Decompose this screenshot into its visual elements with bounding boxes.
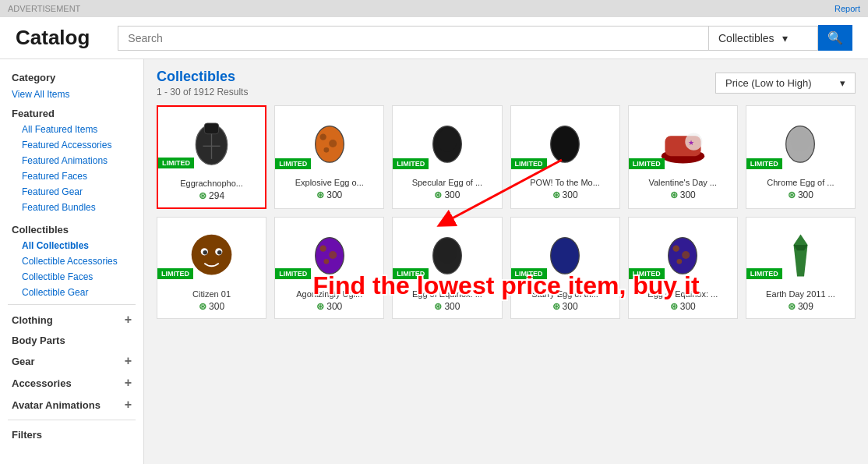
item-price: ⊛ 309 xyxy=(753,301,849,312)
limited-badge: LIMITED xyxy=(511,268,547,279)
svg-point-12 xyxy=(551,126,580,163)
sidebar-body-parts-header[interactable]: Body Parts xyxy=(0,331,143,350)
limited-badge: LIMITED xyxy=(511,158,547,169)
item-card[interactable]: LIMITED Earth Day 2011 ... ⊛ 309 xyxy=(746,217,856,319)
item-price: ⊛ 300 xyxy=(517,301,613,312)
item-card[interactable]: LIMITED Citizen 01 ⊛ 300 xyxy=(157,217,266,319)
accessories-label: Accessories xyxy=(12,377,72,389)
item-price: ⊛ 300 xyxy=(399,301,495,312)
robux-icon: ⊛ xyxy=(316,301,324,312)
sort-label: Price (Low to High) xyxy=(725,77,812,89)
accessories-expand-icon: + xyxy=(125,376,132,390)
sort-dropdown[interactable]: Price (Low to High) ▾ xyxy=(715,73,856,94)
robux-icon: ⊛ xyxy=(199,301,206,312)
item-name: Agonizingly Ugl... xyxy=(281,289,377,299)
item-card[interactable]: LIMITED Chrome Egg of ... ⊛ 300 xyxy=(746,105,856,209)
sidebar-item-featured-bundles[interactable]: Featured Bundles xyxy=(0,200,143,215)
svg-point-30 xyxy=(551,238,580,275)
svg-point-18 xyxy=(791,129,810,152)
svg-point-22 xyxy=(203,250,207,255)
sidebar-item-featured-animations[interactable]: Featured Animations xyxy=(0,153,143,168)
item-card[interactable]: ★ LIMITED Valentine's Day ... ⊛ 300 xyxy=(628,105,738,209)
clothing-expand-icon: + xyxy=(125,313,132,327)
sidebar-item-collectible-gear[interactable]: Collectible Gear xyxy=(0,285,143,300)
svg-point-27 xyxy=(323,259,329,264)
item-price: ⊛ 300 xyxy=(753,189,849,200)
item-name: Chrome Egg of ... xyxy=(753,178,849,187)
category-dropdown-label: Collectibles xyxy=(718,32,774,44)
item-price: ⊛ 300 xyxy=(281,189,377,200)
robux-icon: ⊛ xyxy=(199,190,206,201)
item-card[interactable]: LIMITED POW! To the Mo... ⊛ 300 xyxy=(510,105,620,209)
item-price: ⊛ 300 xyxy=(399,189,495,200)
item-name: Eggrachnopho... xyxy=(164,179,259,188)
sidebar-item-collectible-faces[interactable]: Collectible Faces xyxy=(0,269,143,285)
price-value: 300 xyxy=(326,189,342,200)
sidebar-item-featured-accessories[interactable]: Featured Accessories xyxy=(0,137,143,153)
sidebar-accessories-header[interactable]: Accessories + xyxy=(0,372,143,394)
search-input[interactable] xyxy=(118,26,709,51)
filters-heading: Filters xyxy=(0,424,143,443)
items-grid: LIMITED Eggrachnopho... ⊛ 294 LIMITED Ex… xyxy=(157,105,856,319)
sidebar-item-all-featured[interactable]: All Featured Items xyxy=(0,122,143,137)
sidebar-item-collectible-accessories[interactable]: Collectible Accessories xyxy=(0,253,143,269)
price-value: 300 xyxy=(680,301,696,312)
svg-point-25 xyxy=(319,246,326,252)
limited-badge: LIMITED xyxy=(629,268,665,279)
item-card[interactable]: LIMITED Starry Egg of th... ⊛ 300 xyxy=(510,217,620,319)
svg-point-34 xyxy=(677,259,683,264)
item-name: Valentine's Day ... xyxy=(635,178,731,187)
category-heading: Category xyxy=(0,67,143,86)
item-card[interactable]: LIMITED Egg of Equinox: ... ⊛ 300 xyxy=(628,217,738,319)
limited-badge: LIMITED xyxy=(629,158,665,169)
robux-icon: ⊛ xyxy=(552,301,560,312)
main-layout: Category View All Items Featured All Fea… xyxy=(0,59,868,464)
svg-marker-35 xyxy=(793,234,807,276)
ad-bar: ADVERTISEMENT Report xyxy=(0,0,868,17)
gear-expand-icon: + xyxy=(125,354,132,368)
search-button[interactable]: 🔍 xyxy=(818,25,852,51)
category-dropdown[interactable]: Collectibles ▾ xyxy=(709,26,818,51)
svg-point-7 xyxy=(319,134,326,140)
sidebar-gear-header[interactable]: Gear + xyxy=(0,350,143,372)
item-card[interactable]: LIMITED Eggrachnopho... ⊛ 294 xyxy=(157,105,266,209)
report-link[interactable]: Report xyxy=(834,4,860,13)
search-icon: 🔍 xyxy=(827,30,843,45)
avatar-animations-label: Avatar Animations xyxy=(12,399,101,411)
item-card[interactable]: LIMITED Specular Egg of ... ⊛ 300 xyxy=(392,105,502,209)
robux-icon: ⊛ xyxy=(552,189,560,200)
item-price: ⊛ 300 xyxy=(517,189,613,200)
item-name: Starry Egg of th... xyxy=(517,289,613,299)
svg-point-33 xyxy=(682,251,690,259)
sidebar-collectibles-heading: Collectibles xyxy=(0,219,143,238)
robux-icon: ⊛ xyxy=(434,301,442,312)
sidebar-clothing-header[interactable]: Clothing + xyxy=(0,309,143,331)
collectibles-title: Collectibles xyxy=(157,69,248,85)
price-value: 300 xyxy=(563,189,578,200)
limited-badge: LIMITED xyxy=(746,268,782,279)
item-name: Specular Egg of ... xyxy=(399,178,495,187)
item-name: Egg of Equinox: ... xyxy=(635,289,731,299)
page-title: Catalog xyxy=(16,26,90,50)
sidebar: Category View All Items Featured All Fea… xyxy=(0,59,144,464)
item-card[interactable]: LIMITED Agonizingly Ugl... ⊛ 300 xyxy=(274,217,384,319)
sidebar-item-featured-gear[interactable]: Featured Gear xyxy=(0,184,143,200)
avatar-animations-expand-icon: + xyxy=(125,398,132,412)
item-card[interactable]: LIMITED Egg of Equinox: ... ⊛ 300 xyxy=(392,217,502,319)
sidebar-item-all-collectibles[interactable]: All Collectibles xyxy=(0,238,143,253)
item-card[interactable]: LIMITED Explosive Egg o... ⊛ 300 xyxy=(274,105,384,209)
robux-icon: ⊛ xyxy=(316,189,324,200)
price-value: 300 xyxy=(798,189,813,200)
item-price: ⊛ 300 xyxy=(635,189,731,200)
sidebar-item-featured-faces[interactable]: Featured Faces xyxy=(0,168,143,184)
svg-point-23 xyxy=(217,250,222,255)
item-name: Earth Day 2011 ... xyxy=(753,289,849,299)
limited-badge: LIMITED xyxy=(746,158,782,169)
price-value: 300 xyxy=(209,301,224,312)
price-value: 300 xyxy=(444,189,460,200)
items-section: LIMITED Eggrachnopho... ⊛ 294 LIMITED Ex… xyxy=(157,105,856,299)
item-price: ⊛ 300 xyxy=(281,301,377,312)
sidebar-divider xyxy=(8,304,136,305)
sidebar-item-view-all[interactable]: View All Items xyxy=(0,86,143,103)
sidebar-avatar-animations-header[interactable]: Avatar Animations + xyxy=(0,394,143,416)
